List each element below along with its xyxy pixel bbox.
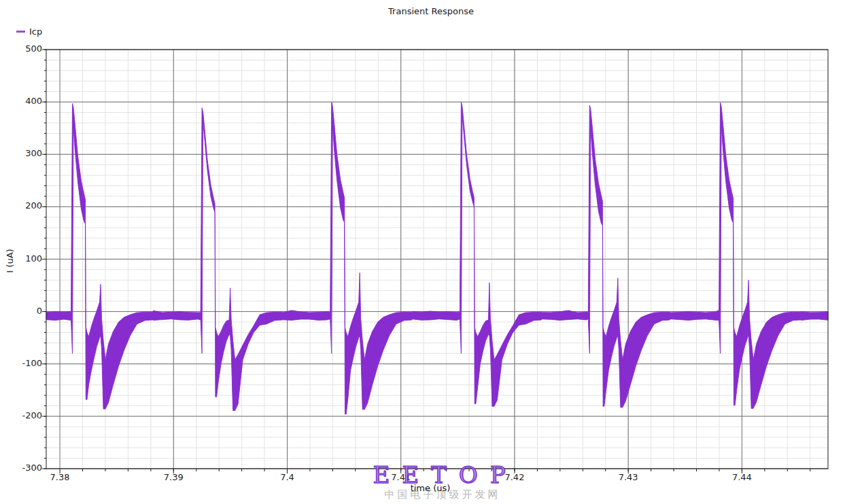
x-tick-label: 7.39 — [152, 472, 195, 482]
y-tick-label: 100 — [0, 253, 42, 264]
y-tick-label: -300 — [0, 463, 42, 473]
waveform-window: Transient Response Icp I (uA) 5004003002… — [0, 0, 862, 504]
x-tick-label: 7.38 — [38, 472, 82, 482]
y-tick-label: 200 — [0, 200, 42, 211]
y-tick-label: 500 — [0, 43, 42, 54]
y-tick-label: 300 — [0, 148, 42, 158]
y-tick-label: 400 — [0, 96, 42, 106]
watermark-logo: EETOP — [373, 463, 517, 486]
y-tick-label: -200 — [0, 410, 42, 420]
icp-trace — [46, 102, 828, 414]
y-tick-label: 0 — [0, 306, 42, 316]
x-tick-label: 7.44 — [720, 472, 763, 482]
y-tick-label: -100 — [0, 358, 42, 368]
plot-area[interactable] — [0, 0, 862, 504]
x-tick-label: 7.43 — [606, 472, 650, 482]
x-tick-label: 7.4 — [266, 472, 309, 482]
